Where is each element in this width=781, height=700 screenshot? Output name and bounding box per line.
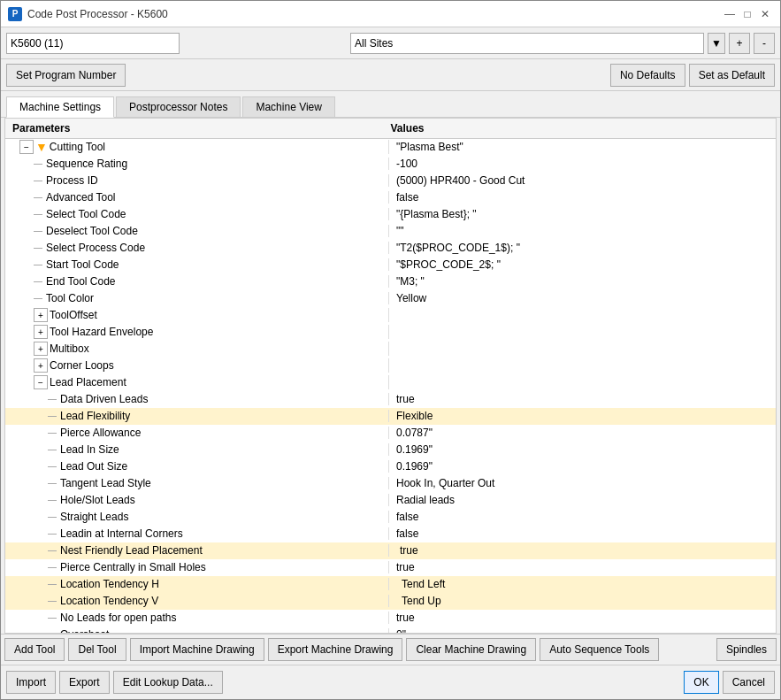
export-machine-drawing-button[interactable]: Export Machine Drawing: [268, 638, 403, 661]
main-window: P Code Post Processor - K5600 — □ ✕ ▼ + …: [0, 0, 781, 700]
tree-cell-value: "M3; ": [389, 275, 776, 288]
tree-row[interactable]: Select Tool Code "{Plasma Best}; ": [5, 206, 776, 223]
tree-cell-param: Select Process Code: [5, 242, 389, 254]
param-label: Cutting Tool: [50, 141, 105, 153]
no-defaults-button[interactable]: No Defaults: [610, 64, 685, 87]
tree-row[interactable]: No Leads for open paths true: [5, 610, 776, 627]
leaf-line: [34, 281, 42, 282]
tree-row[interactable]: + Multibox: [5, 341, 776, 358]
tree-row[interactable]: Lead Out Size 0.1969": [5, 458, 776, 475]
param-label: Multibox: [50, 342, 89, 355]
minimize-button[interactable]: —: [722, 6, 738, 22]
param-label: Data Driven Leads: [60, 393, 148, 405]
tree-row[interactable]: Advanced Tool false: [5, 189, 776, 206]
tree-row[interactable]: Deselect Tool Code "": [5, 223, 776, 240]
set-program-number-button[interactable]: Set Program Number: [6, 64, 126, 87]
tree-cell-param: Lead In Size: [5, 443, 389, 456]
leaf-line: [48, 466, 57, 467]
tree-cell-param: No Leads for open paths: [5, 612, 389, 624]
maximize-button[interactable]: □: [739, 6, 755, 22]
footer-spacer: [226, 671, 681, 694]
param-label: Pierce Allowance: [60, 427, 141, 439]
tree-row[interactable]: Process ID (5000) HPR400 - Good Cut: [5, 173, 776, 189]
tree-cell-value: 0.0787": [389, 427, 776, 439]
tree-container[interactable]: − ▼ Cutting Tool "Plasma Best" Sequence …: [5, 139, 776, 633]
tree-cell-param: Tool Color: [5, 292, 389, 304]
tab-machine-view[interactable]: Machine View: [242, 96, 334, 117]
leaf-line: [34, 214, 42, 215]
program-combo[interactable]: [6, 33, 180, 54]
leaf-line: [48, 433, 57, 434]
main-content: Parameters Values − ▼ Cutting Tool "Plas…: [4, 118, 777, 634]
tree-row[interactable]: Overshoot 0": [5, 627, 776, 633]
expand-icon[interactable]: +: [34, 342, 48, 356]
tree-cell-param: Tangent Lead Style: [5, 477, 389, 489]
tab-machine-settings[interactable]: Machine Settings: [6, 96, 114, 118]
expand-icon[interactable]: −: [34, 375, 48, 389]
tree-row[interactable]: + Tool Hazard Envelope: [5, 324, 776, 341]
tree-row[interactable]: Tangent Lead Style Hook In, Quarter Out: [5, 475, 776, 492]
tree-row[interactable]: Data Driven Leads true: [5, 391, 776, 408]
tree-cell-value: true: [389, 544, 776, 557]
tree-cell-value: Flexible: [389, 410, 776, 422]
tree-cell-param: Lead Out Size: [5, 460, 389, 473]
tree-row-highlighted[interactable]: Lead Flexibility Flexible: [5, 408, 776, 425]
param-label: Lead Out Size: [60, 460, 127, 473]
tree-row-highlighted[interactable]: Location Tendency H Tend Left: [5, 576, 776, 593]
clear-machine-drawing-button[interactable]: Clear Machine Drawing: [406, 638, 536, 661]
tree-row[interactable]: Lead In Size 0.1969": [5, 442, 776, 458]
tree-row[interactable]: Tool Color Yellow: [5, 290, 776, 307]
footer-buttons: Import Export Edit Lookup Data... OK Can…: [1, 665, 780, 699]
tree-row[interactable]: Sequence Rating -100: [5, 156, 776, 173]
sites-combo[interactable]: [350, 33, 704, 54]
expand-icon[interactable]: −: [19, 140, 34, 154]
tree-row[interactable]: − ▼ Cutting Tool "Plasma Best": [5, 139, 776, 156]
add-tool-button[interactable]: Add Tool: [4, 638, 65, 661]
expand-icon[interactable]: +: [34, 325, 48, 339]
tree-row[interactable]: Straight Leads false: [5, 509, 776, 526]
set-as-default-button[interactable]: Set as Default: [689, 64, 775, 87]
tree-cell-value: false: [389, 527, 776, 540]
sites-dropdown-arrow[interactable]: ▼: [708, 33, 725, 54]
del-tool-button[interactable]: Del Tool: [68, 638, 126, 661]
ok-button[interactable]: OK: [684, 671, 718, 694]
tree-cell-value: true: [389, 612, 776, 624]
param-label: No Leads for open paths: [60, 612, 176, 624]
tree-row[interactable]: Start Tool Code "$PROC_CODE_2$; ": [5, 257, 776, 273]
add-site-button[interactable]: +: [729, 33, 750, 54]
tree-row[interactable]: Hole/Slot Leads Radial leads: [5, 492, 776, 509]
value-badge: true: [396, 544, 422, 557]
tree-row[interactable]: + ToolOffset: [5, 307, 776, 324]
tree-row[interactable]: + Corner Loops: [5, 358, 776, 374]
tree-row[interactable]: − Lead Placement: [5, 374, 776, 391]
remove-site-button[interactable]: -: [754, 33, 775, 54]
param-label: Advanced Tool: [46, 191, 116, 204]
tree-row[interactable]: Select Process Code "T2($PROC_CODE_1$); …: [5, 240, 776, 257]
import-machine-drawing-button[interactable]: Import Machine Drawing: [130, 638, 264, 661]
edit-lookup-data-button[interactable]: Edit Lookup Data...: [113, 671, 223, 694]
tree-cell-param: Hole/Slot Leads: [5, 494, 389, 506]
auto-sequence-tools-button[interactable]: Auto Sequence Tools: [540, 638, 659, 661]
tab-postprocessor-notes[interactable]: Postprocessor Notes: [116, 96, 241, 117]
tree-row-highlighted[interactable]: Nest Friendly Lead Placement true: [5, 542, 776, 559]
cancel-button[interactable]: Cancel: [723, 671, 775, 694]
expand-icon[interactable]: +: [34, 358, 48, 373]
tree-cell-param: Overshoot: [5, 628, 389, 633]
spindles-button[interactable]: Spindles: [716, 638, 777, 661]
tree-row-highlighted[interactable]: Location Tendency V Tend Up: [5, 593, 776, 610]
export-button[interactable]: Export: [59, 671, 110, 694]
tree-row[interactable]: Pierce Allowance 0.0787": [5, 425, 776, 442]
param-label: Overshoot: [60, 628, 109, 633]
window-title: Code Post Processor - K5600: [27, 8, 168, 20]
leaf-line: [48, 517, 57, 518]
title-bar-controls: — □ ✕: [722, 6, 773, 22]
import-button[interactable]: Import: [6, 671, 56, 694]
param-label: End Tool Code: [46, 275, 116, 288]
close-button[interactable]: ✕: [757, 6, 773, 22]
param-label: Nest Friendly Lead Placement: [60, 544, 203, 557]
tree-row[interactable]: Pierce Centrally in Small Holes true: [5, 559, 776, 576]
tree-row[interactable]: End Tool Code "M3; ": [5, 273, 776, 290]
expand-icon[interactable]: +: [34, 308, 48, 322]
tree-row[interactable]: Leadin at Internal Corners false: [5, 526, 776, 542]
tree-cell-param: Location Tendency V: [5, 595, 389, 607]
